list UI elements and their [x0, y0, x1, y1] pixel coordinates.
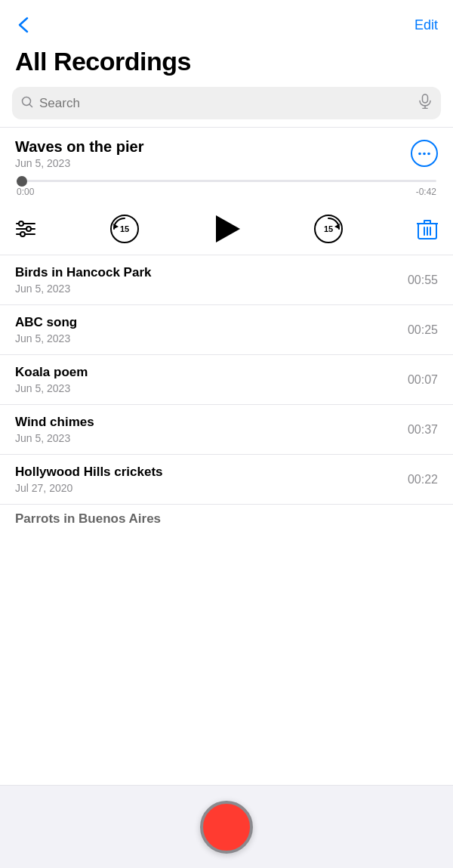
expanded-recording-date: Jun 5, 2023: [15, 157, 143, 169]
recording-name: Birds in Hancock Park: [15, 265, 151, 280]
list-item[interactable]: ABC song Jun 5, 2023 00:25: [0, 305, 453, 354]
current-time: 0:00: [17, 187, 34, 197]
recording-date: Jun 5, 2023: [15, 283, 151, 295]
skip-back-button[interactable]: 15: [109, 214, 140, 244]
recording-info: Birds in Hancock Park Jun 5, 2023: [15, 265, 151, 295]
recording-date: Jun 5, 2023: [15, 432, 94, 444]
more-options-button[interactable]: [411, 140, 438, 167]
svg-line-1: [29, 104, 32, 107]
svg-point-6: [423, 152, 426, 155]
list-item[interactable]: Parrots in Buenos Aires: [0, 505, 453, 533]
svg-point-11: [19, 221, 23, 226]
options-button[interactable]: [15, 218, 36, 239]
progress-container[interactable]: 0:00 -0:42: [15, 180, 438, 197]
expanded-recording-info: Waves on the pier Jun 5, 2023: [15, 138, 143, 169]
recording-name: Wind chimes: [15, 415, 94, 430]
expanded-recording-title: Waves on the pier: [15, 138, 143, 156]
expanded-header: Waves on the pier Jun 5, 2023: [15, 138, 438, 169]
top-bar: Edit: [0, 0, 453, 44]
skip-forward-button[interactable]: 15: [313, 214, 344, 244]
progress-track[interactable]: [17, 180, 436, 182]
recording-duration: 00:37: [408, 423, 438, 437]
recording-info: ABC song Jun 5, 2023: [15, 315, 77, 344]
svg-marker-19: [334, 224, 340, 229]
recording-name: Hollywood Hills crickets: [15, 465, 163, 480]
back-button[interactable]: [12, 14, 35, 36]
recording-info: Wind chimes Jun 5, 2023: [15, 415, 94, 444]
svg-point-13: [20, 232, 25, 236]
svg-marker-16: [113, 224, 119, 229]
svg-point-12: [26, 227, 31, 231]
svg-rect-2: [423, 94, 428, 103]
recording-date: Jun 5, 2023: [15, 382, 88, 394]
recording-duration: 00:22: [408, 473, 438, 487]
recording-name: Parrots in Buenos Aires: [15, 511, 161, 527]
page-title: All Recordings: [0, 44, 453, 87]
time-labels: 0:00 -0:42: [17, 187, 436, 197]
recording-duration: 00:25: [408, 323, 438, 337]
recording-duration: 00:55: [408, 273, 438, 287]
record-button[interactable]: [200, 801, 253, 854]
edit-button[interactable]: Edit: [414, 17, 438, 33]
recording-list: Birds in Hancock Park Jun 5, 2023 00:55 …: [0, 255, 453, 533]
recording-name: Koala poem: [15, 365, 88, 380]
list-item[interactable]: Wind chimes Jun 5, 2023 00:37: [0, 405, 453, 454]
svg-text:15: 15: [120, 224, 129, 233]
recording-duration: 00:07: [408, 373, 438, 387]
progress-thumb: [17, 176, 27, 187]
microphone-icon: [418, 94, 432, 113]
svg-point-7: [427, 152, 430, 155]
recording-info: Koala poem Jun 5, 2023: [15, 365, 88, 394]
recording-info: Hollywood Hills crickets Jul 27, 2020: [15, 465, 163, 494]
recording-info: Parrots in Buenos Aires: [15, 511, 161, 527]
svg-point-5: [418, 152, 421, 155]
recording-date: Jun 5, 2023: [15, 332, 77, 344]
expanded-recording: Waves on the pier Jun 5, 2023 0:00 -0:42: [0, 128, 453, 202]
svg-text:15: 15: [324, 224, 333, 233]
recording-date: Jul 27, 2020: [15, 482, 163, 494]
delete-button[interactable]: [417, 218, 438, 240]
bottom-bar: [0, 785, 453, 868]
search-input[interactable]: [39, 96, 412, 111]
search-icon: [21, 96, 33, 111]
play-button[interactable]: [213, 215, 240, 242]
list-item[interactable]: Hollywood Hills crickets Jul 27, 2020 00…: [0, 455, 453, 504]
recording-name: ABC song: [15, 315, 77, 330]
remaining-time: -0:42: [416, 187, 436, 197]
list-item[interactable]: Birds in Hancock Park Jun 5, 2023 00:55: [0, 255, 453, 304]
play-icon: [216, 215, 240, 242]
controls-row: 15 15: [0, 202, 453, 255]
search-bar: [12, 87, 441, 119]
list-item[interactable]: Koala poem Jun 5, 2023 00:07: [0, 355, 453, 404]
